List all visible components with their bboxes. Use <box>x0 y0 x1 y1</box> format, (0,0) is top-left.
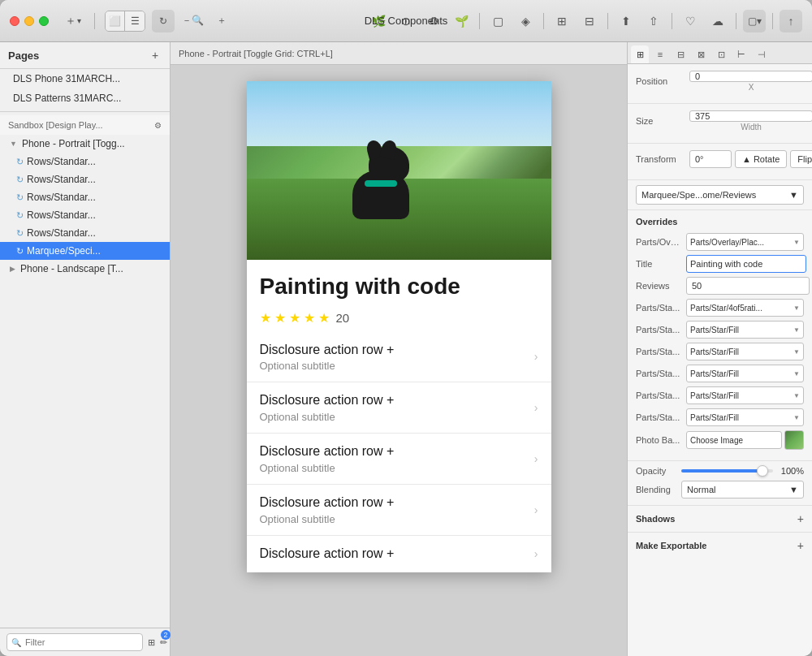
proto-button[interactable]: ⊟ <box>578 10 601 32</box>
cloud-button[interactable]: ☁ <box>706 10 729 32</box>
override-select-3[interactable]: Parts/Star/4of5rati... ▼ <box>686 299 804 317</box>
photo-thumbnail[interactable] <box>784 430 804 450</box>
tab-spacing[interactable]: ⊠ <box>692 45 710 63</box>
opacity-slider[interactable] <box>681 469 773 473</box>
sync-icon-4: ↻ <box>16 210 24 221</box>
override-select-5[interactable]: Parts/Star/Fill ▼ <box>686 343 804 360</box>
x-input[interactable] <box>689 71 812 82</box>
tree-item-rows-2[interactable]: ↻ Rows/Standar... <box>0 170 170 188</box>
tree-item-phone-landscape[interactable]: ▶ Phone - Landscape [T... <box>0 260 170 278</box>
tree-item-rows-5[interactable]: ↻ Rows/Standar... <box>0 224 170 242</box>
sync-icon-1: ↻ <box>16 157 24 167</box>
transform-section: Transform ▲ Rotate Flip <box>628 144 812 180</box>
shadows-title: Shadows <box>636 514 675 524</box>
view-options-button[interactable]: ▢▾ <box>743 10 766 32</box>
edit-icon-button[interactable]: ✏ 2 <box>160 633 167 651</box>
action-row-4[interactable]: Disclosure action row + Optional subtitl… <box>247 485 551 536</box>
override-value-8: Parts/Star/Fill <box>690 413 739 422</box>
override-chevron-3: ▼ <box>793 304 800 312</box>
action-row-2[interactable]: Disclosure action row + Optional subtitl… <box>247 382 551 434</box>
override-select-8[interactable]: Parts/Star/Fill ▼ <box>686 408 804 426</box>
tab-distribute[interactable]: ⊟ <box>672 45 689 63</box>
refresh-button[interactable]: ↻ <box>152 10 175 32</box>
filter-input[interactable] <box>6 633 143 651</box>
close-button[interactable] <box>10 16 19 26</box>
tree-label-rows-3: Rows/Standar... <box>27 192 96 203</box>
zoom-in-button[interactable]: ＋ <box>210 10 233 32</box>
override-select-7[interactable]: Parts/Star/Fill ▼ <box>686 386 804 404</box>
heart-button[interactable]: ♡ <box>679 10 702 32</box>
blending-value: Normal <box>687 485 715 494</box>
opacity-thumb[interactable] <box>757 465 768 477</box>
connect-button[interactable]: ⊞ <box>551 10 573 32</box>
canvas-label: Phone - Portrait [Toggle Grid: CTRL+L] <box>179 49 333 58</box>
override-label-0: Parts/Ove... <box>636 237 683 247</box>
opacity-value: 100% <box>778 466 804 476</box>
tool-4-button[interactable]: 🌱 <box>450 10 473 32</box>
maximize-button[interactable] <box>39 16 49 26</box>
minimize-button[interactable] <box>24 16 34 26</box>
add-tool-button[interactable]: ＋▾ <box>62 10 84 32</box>
action-row-2-text: Disclosure action row + Optional subtitl… <box>260 392 395 423</box>
size-row: Size Width 🔒 Height <box>636 110 804 132</box>
tree-item-rows-1[interactable]: ↻ Rows/Standar... <box>0 153 170 170</box>
up-button[interactable]: ↑ <box>780 10 802 32</box>
tab-extra[interactable]: ⊣ <box>753 45 771 63</box>
canvas-view-button[interactable]: ⬜ <box>106 11 125 31</box>
add-page-button[interactable]: + <box>149 49 162 62</box>
text-button[interactable]: ◈ <box>514 10 537 32</box>
right-panel: ⊞ ≡ ⊟ ⊠ ⊡ ⊢ ⊣ Position X <box>627 42 812 656</box>
tree-item-rows-4[interactable]: ↻ Rows/Standar... <box>0 206 170 224</box>
flip-button[interactable]: Flip <box>790 150 812 168</box>
width-input[interactable] <box>689 110 812 122</box>
add-export-button[interactable]: + <box>797 539 804 552</box>
action-row-3[interactable]: Disclosure action row + Optional subtitl… <box>247 434 551 485</box>
override-row-2: Reviews <box>636 277 804 295</box>
position-inputs: X Y <box>689 71 812 92</box>
layers-button[interactable]: ⊞ <box>148 633 155 651</box>
search-icon: 🔍 <box>11 638 21 647</box>
hero-image <box>247 81 551 260</box>
app-title: DLS Components <box>365 15 448 27</box>
action-row-1[interactable]: Disclosure action row + Optional subtitl… <box>247 332 551 383</box>
canvas-content[interactable]: Painting with code ★ ★ ★ ★ ★ 20 D <box>171 65 627 656</box>
tab-ruler[interactable]: ⊢ <box>732 45 750 63</box>
blending-dropdown[interactable]: Normal ▼ <box>681 481 804 498</box>
canvas-topbar: Phone - Portrait [Toggle Grid: CTRL+L] <box>171 42 627 65</box>
page-1-label: DLS Phone 31MARCH... <box>13 73 120 84</box>
action-row-3-title: Disclosure action row + <box>260 443 395 460</box>
override-select-0[interactable]: Parts/Overlay/Plac... ▼ <box>686 233 804 251</box>
action-row-1-text: Disclosure action row + Optional subtitl… <box>260 342 395 373</box>
override-select-6[interactable]: Parts/Star/Fill ▼ <box>686 365 804 382</box>
shadows-section: Shadows + <box>628 506 812 533</box>
rotation-input[interactable] <box>689 150 732 168</box>
settings-icon[interactable]: ⚙ <box>154 121 162 130</box>
rotate-button[interactable]: ▲ Rotate <box>735 150 787 168</box>
tree-item-marquee[interactable]: ↻ Marquee/Speci... <box>0 242 170 260</box>
action-row-5[interactable]: Disclosure action row + › <box>247 536 551 572</box>
zoom-out-button[interactable]: －🔍 <box>181 10 204 32</box>
list-view-button[interactable]: ☰ <box>125 11 145 31</box>
override-select-4[interactable]: Parts/Star/Fill ▼ <box>686 321 804 339</box>
tab-align-left[interactable]: ⊞ <box>631 45 649 63</box>
upload-button[interactable]: ⬆ <box>615 10 637 32</box>
add-shadow-button[interactable]: + <box>797 512 804 525</box>
override-row-5: Parts/Sta... Parts/Star/Fill ▼ <box>636 343 804 360</box>
tab-align-center[interactable]: ≡ <box>651 45 669 63</box>
sidebar: Pages + DLS Phone 31MARCH... DLS Pattern… <box>0 42 171 656</box>
component-dropdown[interactable]: Marquee/Spe...ome/Reviews ▼ <box>636 185 804 205</box>
flip-label: Flip <box>797 154 812 164</box>
tree-label-rows-2: Rows/Standar... <box>27 174 96 185</box>
sidebar-item-page-2[interactable]: DLS Patterns 31MARC... <box>0 88 170 108</box>
reviews-override-input[interactable] <box>686 277 810 295</box>
sidebar-item-page-1[interactable]: DLS Phone 31MARCH... <box>0 69 170 88</box>
tab-grid[interactable]: ⊡ <box>712 45 730 63</box>
title-override-input[interactable] <box>686 255 806 273</box>
share-button[interactable]: ⇧ <box>642 10 665 32</box>
override-row-0: Parts/Ove... Parts/Overlay/Plac... ▼ <box>636 233 804 251</box>
choose-image-button[interactable]: Choose Image <box>686 431 782 449</box>
shape-button[interactable]: ▢ <box>486 10 509 32</box>
override-chevron-8: ▼ <box>793 414 800 421</box>
tree-item-rows-3[interactable]: ↻ Rows/Standar... <box>0 188 170 206</box>
tree-item-phone-portrait[interactable]: ▼ Phone - Portrait [Togg... <box>0 135 170 153</box>
